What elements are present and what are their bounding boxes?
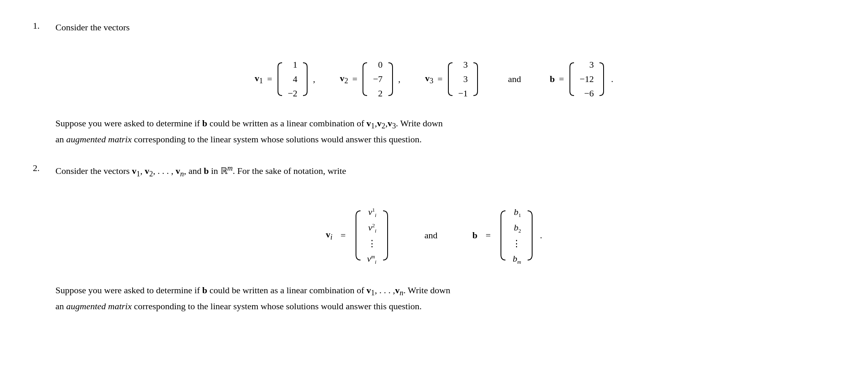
right-bracket-b [598, 61, 605, 97]
vector-v3: v3 = 3 3 −1 [425, 57, 479, 102]
b-values: 3 −12 −6 [576, 57, 598, 102]
v1-matrix: 1 4 −2 [276, 57, 309, 102]
vector-b2: b = b1 b2 ⋮ bm . [472, 203, 542, 269]
b-bold-inline-1: b [202, 118, 207, 128]
b2-equals: = [486, 230, 491, 241]
v2-matrix: 0 −7 2 [361, 57, 394, 102]
left-bracket-v1 [276, 61, 284, 97]
v3-sub-inline: 3 [392, 122, 396, 130]
v2-comma: , [398, 74, 401, 84]
b2-values: b1 b2 ⋮ bm [507, 203, 526, 269]
equals-b: = [559, 74, 564, 84]
augmented-matrix-italic-1: augmented matrix [66, 134, 131, 144]
v3-matrix: 3 3 −1 [447, 57, 479, 102]
b-matrix: 3 −12 −6 [568, 57, 605, 102]
vector-v1: v1 = 1 4 −2 , [255, 57, 315, 102]
vector-vi: vi = v1i v2i ⋮ vmi [326, 203, 389, 269]
vectors-row-1: v1 = 1 4 −2 , v2 = [33, 57, 835, 102]
left-bracket-v3 [447, 61, 454, 97]
b2-label: b [472, 230, 477, 241]
vi-val-2: v2i [368, 220, 377, 235]
and-text-1: and [508, 74, 521, 84]
problem-2-paragraph: Suppose you were asked to determine if b… [33, 283, 835, 314]
right-bracket-v2 [387, 61, 394, 97]
vn-bold-inline: v [395, 285, 400, 295]
b-val-3: −6 [584, 86, 594, 100]
vi-val-m: vmi [367, 251, 377, 267]
b-period: . [611, 74, 613, 84]
equals-3: = [438, 74, 443, 84]
v1-comma: , [313, 74, 315, 84]
v2-label: v2 [340, 73, 348, 85]
left-bracket-v2 [361, 61, 369, 97]
b-bold-inline-2: b [202, 285, 207, 295]
problem-1-header: 1. Consider the vectors [33, 21, 835, 42]
vi-val-dots: ⋮ [367, 236, 377, 251]
right-bracket-vi [381, 209, 390, 262]
right-bracket-b2 [526, 209, 534, 262]
vectors-row-2: vi = v1i v2i ⋮ vmi and b = [33, 203, 835, 269]
problem-2-header: 2. Consider the vectors v1, v2, . . . , … [33, 163, 835, 188]
vi-label: vi [326, 229, 332, 242]
b2-val-dots: ⋮ [512, 236, 521, 251]
v2-bold-inline: v [377, 118, 381, 128]
equals-1: = [267, 74, 272, 84]
right-bracket-v3 [472, 61, 479, 97]
left-bracket-b2 [499, 209, 507, 262]
comma-dots-2: , . . . , [375, 285, 395, 295]
b2-matrix: b1 b2 ⋮ bm [499, 203, 534, 269]
v2-val-2: −7 [373, 72, 382, 86]
b-val-2: −12 [580, 72, 594, 86]
b2-val-m: bm [513, 251, 521, 267]
b2-val-1: b1 [514, 204, 521, 220]
v3-values: 3 3 −1 [454, 57, 472, 102]
v1-val-2: 4 [293, 72, 297, 86]
para1-line2: an augmented matrix corresponding to the… [55, 134, 422, 144]
vector-b: b = 3 −12 −6 . [550, 57, 613, 102]
problem-1-number: 1. [33, 21, 55, 31]
left-bracket-vi [354, 209, 362, 262]
problem-2: 2. Consider the vectors v1, v2, . . . , … [33, 163, 835, 313]
para2-start: Suppose you were asked to determine if [55, 285, 202, 295]
para1-mid: could be written as a linear combination… [207, 118, 367, 128]
v1-label: v1 [255, 73, 263, 85]
right-bracket-v1 [301, 61, 309, 97]
v3-label: v3 [425, 73, 433, 85]
b-label: b [550, 74, 555, 84]
v3-val-2: 3 [463, 72, 468, 86]
b2-val-2: b2 [514, 220, 521, 235]
vi-matrix: v1i v2i ⋮ vmi [354, 203, 390, 269]
para2-mid: could be written as a linear combination… [207, 285, 367, 295]
v1-values: 1 4 −2 [284, 57, 301, 102]
problem-1-paragraph: Suppose you were asked to determine if b… [33, 116, 835, 147]
v2-val-3: 2 [378, 86, 383, 100]
v3-bold-inline: v [388, 118, 392, 128]
v1-val-1: 1 [293, 57, 297, 72]
v1-bold-inline: v [367, 118, 371, 128]
v2-val-1: 0 [378, 57, 383, 72]
v1-bold-inline-2: v [367, 285, 371, 295]
vi-values: v1i v2i ⋮ vmi [362, 203, 381, 269]
vector-v2: v2 = 0 −7 2 , [340, 57, 401, 102]
v3-val-1: 3 [463, 57, 468, 72]
v1-sub-inline: 1 [371, 122, 375, 130]
left-bracket-b [568, 61, 576, 97]
augmented-matrix-italic-2: augmented matrix [66, 301, 131, 311]
problem-2-intro: Consider the vectors v1, v2, . . . , vn,… [55, 163, 346, 180]
vi-equals: = [340, 230, 345, 241]
para1-end: . Write down [396, 118, 443, 128]
para2-end: . Write down [403, 285, 450, 295]
v3-val-3: −1 [458, 86, 468, 100]
para1-start: Suppose you were asked to determine if [55, 118, 202, 128]
b-val-1: 3 [589, 57, 594, 72]
v1-val-3: −2 [288, 86, 297, 100]
problem-1: 1. Consider the vectors v1 = 1 4 −2 , [33, 21, 835, 146]
v1-sub-inline-2: 1 [371, 289, 375, 297]
b2-period: . [540, 230, 542, 241]
vi-val-1: v1i [368, 204, 377, 220]
and-text-2: and [425, 230, 438, 241]
para2-line2: an augmented matrix corresponding to the… [55, 301, 422, 311]
problem-2-number: 2. [33, 163, 55, 173]
problem-1-intro: Consider the vectors [55, 21, 130, 34]
equals-2: = [352, 74, 357, 84]
